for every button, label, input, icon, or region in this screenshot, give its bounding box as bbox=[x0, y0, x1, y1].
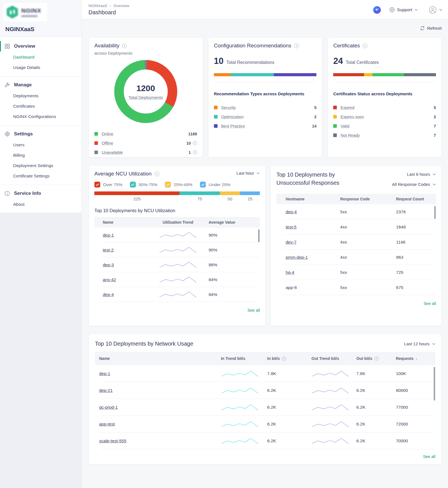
network-table-row: dep-17.8K7.8K100K bbox=[95, 365, 435, 382]
ai-assistant-button[interactable] bbox=[373, 6, 381, 14]
deployment-link[interactable]: dep-4 bbox=[103, 292, 114, 297]
scrollbar[interactable] bbox=[434, 367, 435, 401]
deployment-link[interactable]: dep-4 bbox=[286, 209, 297, 214]
info-icon[interactable]: i bbox=[363, 43, 367, 48]
deployment-link[interactable]: scale-test-555 bbox=[99, 438, 126, 443]
legend-label[interactable]: Expired bbox=[340, 105, 434, 110]
ncu-bar-value: 225 bbox=[94, 196, 179, 201]
network-card: Top 10 Deployments by Network Usage Last… bbox=[88, 334, 442, 465]
deployment-link[interactable]: dep-3 bbox=[103, 262, 114, 267]
nginx-wordmark: NGINX bbox=[21, 7, 41, 17]
network-table: NameIn Trend bit/sIn bit/s iOut Trend bi… bbox=[95, 352, 435, 449]
responses-range-select[interactable]: Last 6 hours bbox=[407, 172, 436, 177]
sidebar-section-header[interactable]: Manage bbox=[0, 79, 81, 91]
sidebar-item-nginx-configurations[interactable]: NGINX Configurations bbox=[13, 111, 81, 122]
legend-swatch bbox=[94, 151, 98, 154]
request-count: 1146 bbox=[396, 240, 436, 245]
legend-value: 7 bbox=[434, 124, 436, 128]
legend-label[interactable]: Unavailable bbox=[102, 150, 189, 155]
sidebar-item-users[interactable]: Users bbox=[13, 140, 81, 150]
breadcrumb-current[interactable]: Overview bbox=[113, 4, 129, 8]
response-code: 4xx bbox=[340, 240, 396, 245]
checkbox-checked[interactable] bbox=[165, 182, 171, 188]
network-see-all-link[interactable]: See all bbox=[423, 454, 435, 459]
sidebar-item-deployment-settings[interactable]: Deployment Settings bbox=[13, 160, 81, 171]
info-icon[interactable]: i bbox=[155, 172, 159, 176]
sidebar-section-header[interactable]: Settings bbox=[0, 128, 81, 140]
request-count: 963 bbox=[396, 255, 436, 260]
refresh-button[interactable]: Refresh bbox=[88, 26, 442, 31]
deployment-link[interactable]: test-2 bbox=[103, 248, 114, 252]
legend-value: 5 bbox=[434, 105, 436, 110]
ncu-bar-chart: 225755025 bbox=[94, 191, 260, 195]
chevron-down-icon bbox=[433, 173, 436, 175]
ncu-filter-50-75: 50%-75% bbox=[130, 182, 157, 188]
info-icon[interactable]: i bbox=[282, 357, 286, 361]
user-menu[interactable] bbox=[429, 6, 442, 14]
recommendations-legend: Security5Optimization2Best Practice14 bbox=[214, 103, 317, 131]
sidebar-section-header[interactable]: Service Info bbox=[0, 188, 81, 199]
legend-value: 2 bbox=[434, 115, 436, 119]
sidebar-item-about[interactable]: About bbox=[13, 199, 81, 209]
deployment-link[interactable]: dev-7 bbox=[286, 240, 297, 244]
sidebar-item-certificate-settings[interactable]: Certificate Settings bbox=[13, 171, 81, 181]
sidebar-item-certificates[interactable]: Certificates bbox=[13, 101, 81, 111]
gear-icon bbox=[4, 131, 10, 137]
network-range-select[interactable]: Last 12 hours bbox=[404, 341, 435, 346]
responses-code-filter[interactable]: All Response Codes bbox=[392, 182, 436, 187]
legend-label[interactable]: Best Practice bbox=[221, 124, 312, 128]
legend-label[interactable]: Not Ready bbox=[340, 133, 434, 138]
deployment-link[interactable]: app-test bbox=[99, 422, 115, 426]
sidebar-item-billing[interactable]: Billing bbox=[13, 150, 81, 160]
legend-label[interactable]: Optimization bbox=[221, 115, 314, 119]
info-icon[interactable]: i bbox=[294, 43, 299, 48]
responses-see-all-link[interactable]: See all bbox=[424, 301, 436, 306]
ncu-see-all-link[interactable]: See all bbox=[248, 308, 260, 313]
checkbox-checked[interactable] bbox=[130, 182, 136, 188]
legend-label[interactable]: Valid bbox=[340, 124, 434, 128]
breadcrumb-root[interactable]: NGINXaaS bbox=[88, 4, 107, 8]
certificates-legend-row: Expires soon2 bbox=[333, 112, 436, 121]
info-icon[interactable]: i bbox=[193, 141, 197, 145]
deployment-link[interactable]: ans-42 bbox=[103, 277, 116, 282]
sort-desc-icon[interactable]: ↓ bbox=[416, 357, 417, 361]
in-bits: 6.2K bbox=[267, 388, 311, 393]
network-table-row: app-test6.2K6.2K72000 bbox=[95, 416, 435, 433]
info-icon[interactable]: i bbox=[193, 150, 197, 154]
requests: 77000 bbox=[396, 405, 435, 410]
deployment-link[interactable]: pmm-dep-1 bbox=[286, 255, 308, 260]
info-icon[interactable]: i bbox=[374, 357, 379, 361]
deployment-link[interactable]: dep-1 bbox=[99, 371, 110, 376]
legend-label[interactable]: Online bbox=[102, 132, 188, 136]
legend-label[interactable]: Expires soon bbox=[340, 115, 434, 119]
responses-table: HostnameResponse CodeRequest Countdep-45… bbox=[276, 194, 436, 295]
deployment-link[interactable]: hq-4 bbox=[286, 270, 294, 275]
legend-swatch bbox=[94, 141, 98, 145]
sidebar-item-deployments[interactable]: Deployments bbox=[13, 91, 81, 101]
support-label: Support bbox=[397, 7, 412, 12]
scrollbar[interactable] bbox=[258, 229, 260, 242]
legend-label[interactable]: Security bbox=[221, 105, 314, 110]
checkbox-checked[interactable] bbox=[94, 182, 100, 188]
requests: 72000 bbox=[396, 422, 435, 427]
table-header: NameUtilization TrendAverage Value bbox=[94, 217, 260, 228]
deployment-link[interactable]: dep-21 bbox=[99, 388, 113, 393]
deployment-link[interactable]: dep-1 bbox=[103, 233, 114, 237]
scrollbar[interactable] bbox=[434, 206, 436, 219]
info-icon[interactable]: i bbox=[122, 43, 127, 48]
recommendations-title: Configuration Recommendations bbox=[214, 43, 291, 49]
ncu-filters: Over 75%50%-75%25%-49%Under 25% bbox=[94, 182, 260, 188]
total-deployments-value: 1200 bbox=[136, 84, 155, 93]
trend-sparkline bbox=[311, 420, 349, 428]
legend-label[interactable]: Offline bbox=[102, 141, 186, 145]
sidebar-section-header[interactable]: Overview bbox=[0, 40, 81, 52]
requests: 70000 bbox=[396, 438, 435, 443]
deployment-link[interactable]: gc-prod-1 bbox=[99, 405, 118, 410]
checkbox-checked[interactable] bbox=[200, 182, 206, 188]
sidebar-item-dashboard[interactable]: Dashboard bbox=[13, 52, 81, 62]
total-deployments-link[interactable]: Total Deployments bbox=[129, 95, 163, 100]
sidebar-item-usage-details[interactable]: Usage Details bbox=[13, 62, 81, 73]
deployment-link[interactable]: test-5 bbox=[286, 225, 297, 229]
support-menu[interactable]: Support bbox=[389, 7, 418, 13]
ncu-range-select[interactable]: Last hour bbox=[237, 171, 260, 175]
